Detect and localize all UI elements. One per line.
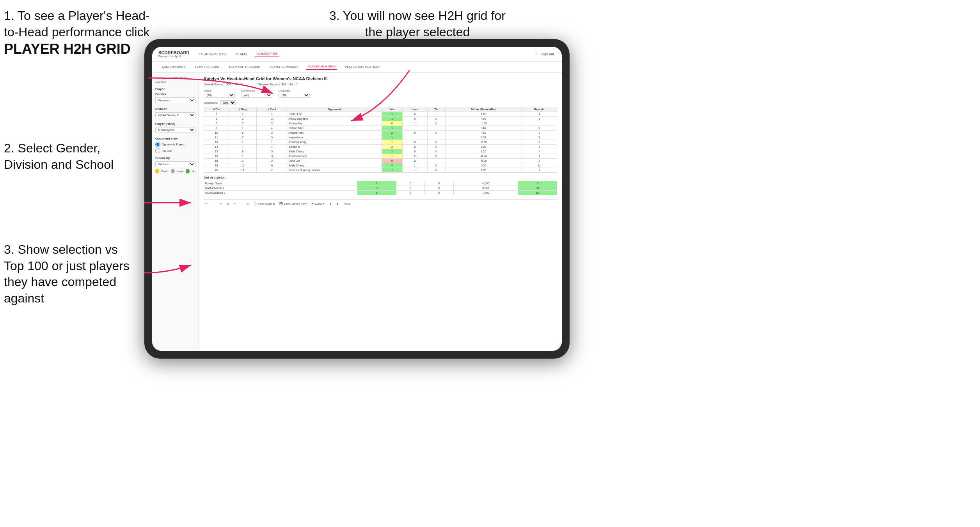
ood-cell-label: NCAA Division 2 (204, 191, 357, 195)
toolbar-save-custom[interactable]: 💾 Save Custom View (278, 202, 308, 206)
tablet-screen: SCOREBOARD Powered by clippd TOURNAMENTS… (152, 47, 562, 351)
cell-reg: 7 (229, 145, 257, 149)
cell-div: 3 (204, 112, 229, 117)
player-rank-section: Player (Rank) 8. Katelyn Vo (155, 122, 195, 133)
table-row: 9 1 4 Sharon Mun 1 3.67 3 (204, 126, 557, 131)
cell-opponent: Federica Domecq Lacroze (287, 168, 382, 173)
cell-div: 20 (204, 168, 229, 173)
ood-cell-label: NAIA Division 1 (204, 186, 357, 191)
colour-select[interactable]: Win/loss (155, 161, 195, 167)
cell-opponent: Eunice Yi (287, 145, 382, 149)
col-diff: Diff Av Strokes/Rnd (445, 107, 522, 112)
logo: SCOREBOARD Powered by clippd (158, 50, 189, 58)
cell-loss: 0 (403, 112, 427, 117)
nav-right: | Sign out (536, 51, 556, 57)
subnav-player-h2h-grid[interactable]: PLAYER H2H GRID (306, 64, 337, 70)
cell-div: 14 (204, 145, 229, 149)
radio-top100-input[interactable] (155, 148, 160, 153)
opponents-select[interactable]: (All) (220, 100, 236, 105)
conference-filter: Conference (All) (241, 89, 272, 98)
region-label: Region (204, 89, 235, 92)
nav-committee[interactable]: COMMITTEE (255, 51, 279, 57)
subnav-team-h2h-heatmap[interactable]: TEAM H2H HEATMAP (227, 64, 262, 69)
radio-opponents-played[interactable]: Opponents Played (155, 142, 195, 147)
colour-dots: Down Level Up (155, 169, 195, 173)
player-rank-select[interactable]: 8. Katelyn Vo (155, 127, 195, 133)
cell-conf: 2 (257, 117, 287, 121)
toolbar-grid[interactable]: ⊞ (225, 202, 231, 206)
subnav-team-h2h-grid[interactable]: TEAM H2H GRID (193, 64, 221, 69)
toolbar-dot[interactable]: · (239, 202, 243, 206)
conference-select[interactable]: (All) (241, 93, 272, 98)
radio-top100-label: Top 100 (162, 149, 172, 152)
toolbar-refresh[interactable]: ↶ (232, 202, 238, 206)
instruction-step2: 2. Select Gender, Division and School (4, 140, 137, 173)
cell-reg: 1 (229, 126, 257, 131)
toolbar-watch[interactable]: 👁 Watch ▾ (310, 202, 326, 206)
table-row: 16 1 3 Jessica Mason 1 2 0 -0.94 7 (204, 154, 557, 159)
cell-conf: 3 (257, 121, 287, 126)
division-record: Division Record: 331 - 34 - 6 (258, 83, 297, 86)
toolbar-view-original[interactable]: 📋 View: Original (252, 202, 276, 206)
toolbar-share[interactable]: Share (342, 202, 352, 206)
table-row: 15 8 5 Stella Cheng 1 0 0 1.25 4 (204, 149, 557, 154)
gender-select[interactable]: Women's (155, 97, 195, 103)
table-row: 10 6 3 Andrea York 2 0 0 4.00 4 (204, 131, 557, 135)
toolbar-timer[interactable]: ⏱ (245, 202, 250, 206)
toolbar-redo[interactable]: ↪ (218, 202, 224, 206)
nav-tournaments[interactable]: TOURNAMENTS (197, 51, 227, 57)
cell-diff: -3.00 (445, 140, 522, 145)
cell-loss (403, 135, 427, 140)
radio-opponents-played-input[interactable] (155, 142, 160, 147)
instruction-step1: 1. To see a Player's Head-to-Head perfor… (4, 8, 152, 58)
subnav-player-summary[interactable]: PLAYER SUMMARY (268, 64, 300, 69)
opponent-view-section: Opponent view Opponents Played Top 100 (155, 137, 195, 153)
cell-win: 2 (382, 131, 403, 135)
cell-rounds: 4 (522, 149, 557, 154)
toolbar-back[interactable]: ← (211, 202, 217, 206)
cell-diff: 0.30 (445, 163, 522, 168)
ood-cell-tie: 0 (425, 191, 453, 195)
cell-conf: 4 (257, 126, 287, 131)
cell-rounds: 7 (522, 154, 557, 159)
cell-win: 1 (382, 140, 403, 145)
cell-rounds: 3 (522, 126, 557, 131)
opponent-select[interactable]: (All) (279, 93, 310, 98)
cell-conf: 7 (257, 168, 287, 173)
cell-tie: 0 (427, 168, 445, 173)
cell-opponent: Emily Chang (287, 163, 382, 168)
toolbar-undo[interactable]: ↩ (204, 202, 209, 206)
cell-div: 10 (204, 131, 229, 135)
toolbar-upload[interactable]: ⬆ (335, 202, 340, 206)
division-select[interactable]: NCAA Division III (155, 112, 195, 118)
col-loss: Loss (403, 107, 427, 112)
cell-opponent: Jessica Mason (287, 154, 382, 159)
cell-win: 4 (382, 163, 403, 168)
ood-cell-loss: 0 (396, 191, 424, 195)
cell-opponent: Sydney Kuo (287, 121, 382, 126)
cell-tie: 0 (427, 154, 445, 159)
step1-bold: PLAYER H2H GRID (4, 41, 131, 57)
table-header-row: # Div # Reg # Conf Opponent Win Loss Tie… (204, 107, 557, 112)
cell-opponent: Sharon Mun (287, 126, 382, 131)
toolbar-download[interactable]: ⬇ (328, 202, 333, 206)
sign-out-button[interactable]: Sign out (540, 51, 556, 57)
opponents-row: Opponents: (All) (204, 100, 557, 105)
cell-tie: 0 (427, 131, 445, 135)
step3-bottom-text: 3. Show selection vs Top 100 or just pla… (4, 242, 130, 305)
cell-loss: 0 (403, 149, 427, 154)
subnav-team-summary[interactable]: TEAM SUMMARY (158, 64, 187, 69)
region-select[interactable]: (All) (204, 93, 235, 98)
cell-opponent: Esther Lee (287, 112, 382, 117)
radio-top100[interactable]: Top 100 (155, 148, 195, 153)
logo-sub: Powered by clippd (158, 55, 189, 58)
cell-win: 1 (382, 149, 403, 154)
cell-conf: 5 (257, 135, 287, 140)
nav-teams[interactable]: TEAMS (234, 51, 249, 57)
grid-title: Katelyn Vo Head-to-Head Grid for Women's… (204, 76, 557, 81)
cell-reg: 2 (229, 135, 257, 140)
cell-opponent: Alexis Sudjianto (287, 117, 382, 121)
subnav-player-h2h-heatmap[interactable]: PLAYER H2H HEATMAP (343, 64, 382, 69)
cell-conf: 3 (257, 154, 287, 159)
cell-div: 19 (204, 163, 229, 168)
